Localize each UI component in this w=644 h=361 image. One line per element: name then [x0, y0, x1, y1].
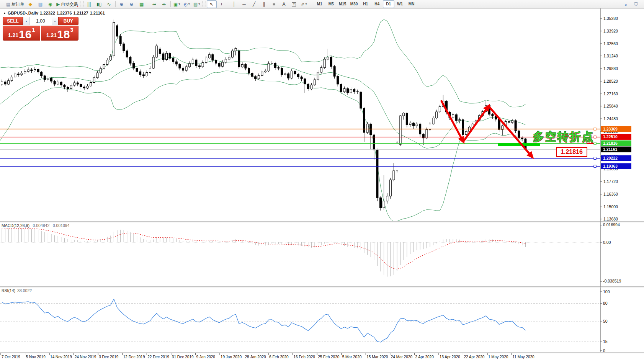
macd-axis-tick: 0.016994	[603, 222, 620, 227]
date-axis[interactable]: 7 Oct 20195 Nov 201914 Nov 201924 Nov 20…	[1, 353, 534, 359]
collapse-triangle-icon[interactable]: ▲	[3, 11, 6, 15]
timeframe-h1[interactable]: H1	[360, 0, 371, 8]
symbol-name: GBPUSD-,Daily	[8, 11, 38, 15]
date-tick: 5 Nov 2019	[26, 355, 46, 359]
rsi-axis-tick: 100	[603, 289, 610, 294]
toolbar-grip	[80, 1, 83, 7]
toolbar-grip	[310, 1, 313, 7]
ohlc-close: 1.21161	[90, 11, 105, 15]
timeframe-w1[interactable]: W1	[394, 0, 406, 8]
rsi-axis-tick: 15	[603, 339, 608, 344]
date-tick: 5 Mar 2020	[342, 355, 362, 359]
fibonacci-icon[interactable]: ≡	[269, 0, 279, 8]
macd-signal-value: -0.001094	[51, 223, 69, 228]
date-tick: 12 Dec 2019	[123, 355, 145, 359]
chart-canvas[interactable]: 1.352801.339201.325601.312401.298801.285…	[0, 8, 644, 361]
crosshair-icon[interactable]: +	[217, 0, 227, 8]
macd-name: MACD(12,26,9)	[2, 223, 29, 228]
timeframe-h4[interactable]: H4	[371, 0, 383, 8]
timeframe-m30[interactable]: M30	[348, 0, 360, 8]
zoom-in-icon[interactable]: ⊕	[117, 0, 127, 8]
timeframe-m1[interactable]: M1	[314, 0, 325, 8]
channel-icon[interactable]: ∥	[259, 0, 269, 8]
chart-title: ▲GBPUSD-,Daily1.223221.223761.211271.211…	[3, 11, 106, 15]
buy-price-display[interactable]: 1.21 18 3	[41, 26, 78, 41]
price-callout-label[interactable]: 1.21816	[556, 147, 587, 157]
date-tick: 28 Jan 2020	[245, 355, 266, 359]
tile-windows-icon[interactable]: ▦	[137, 0, 147, 8]
sell-button[interactable]: SELL	[3, 17, 23, 25]
price-tick: 1.33920	[603, 29, 618, 33]
price-tick: 1.25840	[603, 104, 618, 108]
price-tick: 1.27160	[603, 91, 618, 96]
cursor-icon[interactable]: ↖	[207, 0, 217, 8]
auto-scroll-icon[interactable]: ↠	[149, 0, 159, 8]
level-edge-marker	[594, 157, 596, 159]
timeframe-m15[interactable]: M15	[337, 0, 348, 8]
new-chart-icon[interactable]: ▣▾	[172, 0, 182, 8]
date-tick: 11 May 2020	[513, 355, 535, 359]
sell-price-small: 1.21	[8, 32, 18, 38]
price-tick: 1.31240	[603, 54, 618, 58]
date-tick: 13 Apr 2020	[440, 355, 460, 359]
candlesticks	[1, 20, 526, 211]
price-tick: 1.35280	[603, 16, 618, 21]
line-chart-icon[interactable]: ∿	[104, 0, 114, 8]
price-axis[interactable]: 1.352801.339201.325601.312401.298801.285…	[594, 8, 631, 352]
date-tick: 22 Dec 2019	[147, 355, 169, 359]
price-badge-text: 1.20222	[603, 156, 618, 160]
macd-main-value: -0.004842	[31, 223, 49, 228]
volume-decrease-button[interactable]: ▼	[23, 17, 29, 25]
date-tick: 6 Feb 2020	[269, 355, 289, 359]
sell-price-big: 16	[19, 29, 31, 39]
ohlc-high: 1.22376	[57, 11, 72, 15]
templates-icon[interactable]: ▨▾	[192, 0, 202, 8]
timeframe-m5[interactable]: M5	[325, 0, 337, 8]
volume-increase-button[interactable]: ▲	[52, 17, 58, 25]
sell-price-display[interactable]: 1.21 16 1	[3, 26, 40, 41]
price-badge-text: 1.21816	[603, 141, 618, 145]
candle-chart-icon[interactable]: ▮▯	[94, 0, 104, 8]
horizontal-level-lines[interactable]	[0, 129, 600, 166]
ohlc-open: 1.22322	[40, 11, 55, 15]
navigator-icon[interactable]: ◉	[45, 0, 55, 8]
price-badge-text: 1.22510	[603, 134, 618, 139]
date-tick: 24 Mar 2020	[391, 355, 413, 359]
main-price-panel	[0, 20, 600, 222]
turning-point-annotation[interactable]: 多空转折点	[533, 129, 594, 145]
price-badge-text: 1.19363	[603, 164, 618, 168]
macd-panel	[0, 228, 600, 277]
symbols-icon[interactable]: ◆	[25, 0, 35, 8]
price-tick: 1.29880	[603, 66, 618, 71]
text-label-icon[interactable]: T	[289, 0, 299, 8]
vertical-line-icon[interactable]: │	[229, 0, 239, 8]
horizontal-line-icon[interactable]: ─	[239, 0, 249, 8]
trend-arrows[interactable]	[441, 100, 532, 157]
rsi-value: 33.0022	[17, 288, 32, 293]
buy-button[interactable]: BUY	[58, 17, 78, 25]
data-window-icon[interactable]: ▥	[35, 0, 45, 8]
buy-price-big: 18	[57, 29, 70, 39]
rsi-label: RSI(14)33.0022	[2, 288, 32, 293]
rsi-axis-tick: 50	[603, 319, 608, 323]
volume-input[interactable]	[29, 17, 52, 25]
zoom-out-icon[interactable]: ⊖	[127, 0, 137, 8]
shapes-icon[interactable]: ⇗▾	[299, 0, 309, 8]
rsi-axis-tick: 80	[603, 301, 608, 305]
price-tick: 1.17720	[603, 179, 618, 184]
periods-icon[interactable]: ◴▾	[182, 0, 192, 8]
search-icon[interactable]: ⌕	[621, 0, 631, 8]
rsi-line	[2, 299, 525, 342]
toolbar-separator	[115, 1, 116, 7]
chat-icon[interactable]: 🗨	[631, 0, 641, 8]
timeframe-d1[interactable]: D1	[383, 0, 394, 8]
text-icon[interactable]: A	[279, 0, 289, 8]
new-order-icon[interactable]: ▤新订单	[5, 0, 25, 8]
chart-shift-icon[interactable]: ↞	[159, 0, 169, 8]
timeframe-mn[interactable]: MN	[406, 0, 417, 8]
autotrading-icon[interactable]: ▶●自动交易	[55, 0, 79, 8]
date-tick: 14 Nov 2019	[50, 355, 72, 359]
toolbar-separator	[170, 1, 171, 7]
trendline-icon[interactable]: ╱	[249, 0, 259, 8]
bar-chart-icon[interactable]: |||	[84, 0, 94, 8]
